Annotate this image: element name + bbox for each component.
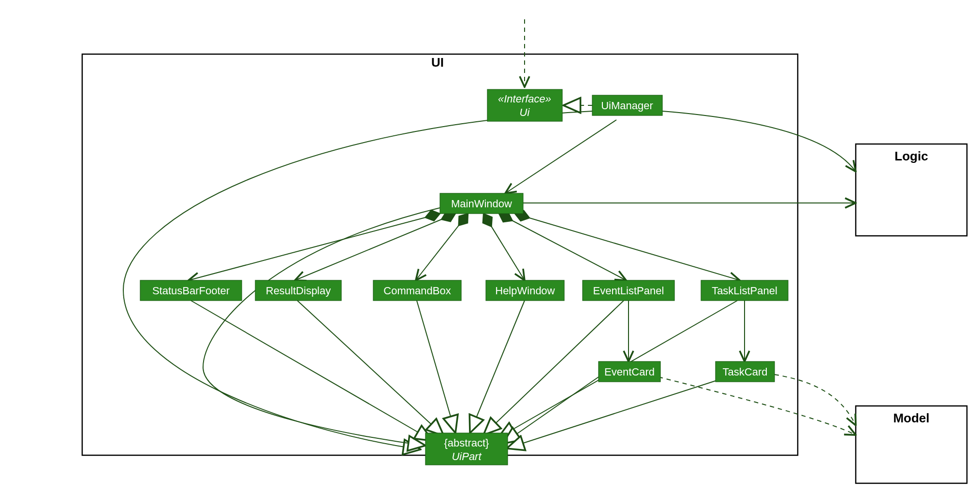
uml-class-diagram: UI Logic Model: [0, 0, 980, 491]
edge-taskcard-model: [775, 375, 856, 425]
class-ui-name: Ui: [520, 106, 530, 118]
edge-gen-commandbox-uipart: [417, 301, 455, 433]
package-ui-label: UI: [431, 55, 444, 70]
class-helpwindow: HelpWindow: [486, 280, 564, 301]
class-eventcard: EventCard: [599, 361, 660, 382]
class-eventcard-name: EventCard: [604, 366, 655, 378]
edge-gen-resultdisplay-uipart: [297, 301, 444, 436]
edge-gen-mainwindow-uipart: [203, 208, 440, 446]
class-mainwindow: MainWindow: [440, 193, 523, 214]
edge-uimanager-logic: [662, 111, 856, 172]
edge-uimanager-mainwindow: [505, 120, 616, 193]
edge-gen-eventcard-uipart: [503, 377, 599, 444]
edge-gen-helpwindow-uipart: [470, 301, 525, 433]
class-taskcard: TaskCard: [716, 361, 775, 382]
class-helpwindow-name: HelpWindow: [495, 285, 555, 297]
class-eventlistpanel-name: EventListPanel: [593, 285, 664, 297]
class-uipart-name: UiPart: [452, 450, 482, 462]
class-statusbarfooter-name: StatusBarFooter: [152, 285, 230, 297]
class-commandbox: CommandBox: [373, 280, 461, 301]
edge-eventcard-model: [658, 377, 856, 435]
class-mainwindow-name: MainWindow: [451, 198, 512, 210]
class-statusbarfooter: StatusBarFooter: [140, 280, 242, 301]
class-resultdisplay-name: ResultDisplay: [266, 285, 331, 297]
class-uimanager-name: UiManager: [601, 100, 653, 112]
edge-comp-tasklistpanel: [515, 214, 740, 280]
edge-gen-statusbarfooter-uipart: [191, 301, 433, 441]
package-model-label: Model: [893, 411, 929, 425]
edge-comp-commandbox: [416, 214, 468, 280]
class-uipart-stereotype: {abstract}: [444, 437, 489, 449]
edge-comp-statusbarfooter: [189, 214, 440, 280]
class-ui-interface: «Interface» Ui: [487, 89, 562, 121]
class-uimanager: UiManager: [592, 95, 662, 116]
class-ui-stereotype: «Interface»: [498, 93, 551, 105]
class-commandbox-name: CommandBox: [383, 285, 451, 297]
class-uipart: {abstract} UiPart: [425, 433, 508, 465]
package-ui-frame: [82, 54, 798, 455]
edge-comp-resultdisplay: [295, 214, 455, 280]
class-tasklistpanel-name: TaskListPanel: [712, 285, 777, 297]
class-taskcard-name: TaskCard: [723, 366, 768, 378]
class-eventlistpanel: EventListPanel: [583, 280, 674, 301]
class-resultdisplay: ResultDisplay: [255, 280, 341, 301]
class-tasklistpanel: TaskListPanel: [701, 280, 788, 301]
package-logic-label: Logic: [894, 149, 928, 163]
